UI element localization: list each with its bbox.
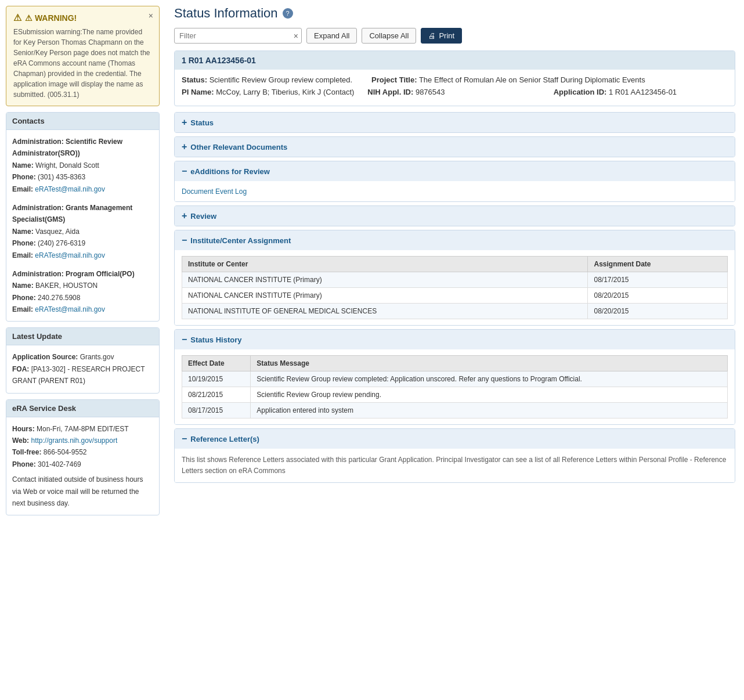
contact-gms-name-label: Name: (12, 228, 34, 236)
contact-gms-name: Name: Vasquez, Aida (12, 226, 153, 237)
service-desk-phone: Phone: 301-402-7469 (12, 459, 153, 470)
filter-wrap: × (174, 28, 302, 44)
table-row: Scientific Review Group review pending. (251, 387, 728, 403)
ic-col-institute: Institute or Center (182, 257, 588, 272)
section-ic-assignment-label: Institute/Center Assignment (190, 236, 291, 245)
expand-all-button[interactable]: Expand All (306, 28, 357, 44)
table-row: 08/20/2015 (588, 288, 728, 304)
contact-po-email-link[interactable]: eRATest@mail.nih.gov (35, 305, 105, 313)
page-title: Status Information ? (174, 6, 735, 21)
print-button[interactable]: 🖨 Print (421, 28, 462, 44)
table-row: Application entered into system (251, 403, 728, 418)
section-review-header[interactable]: + Review (175, 206, 735, 226)
section-status-header[interactable]: + Status (175, 113, 735, 132)
sidebar: ⚠ ⚠ WARNING! × ESubmission warning:The n… (0, 0, 165, 521)
section-status-history-icon: − (182, 334, 187, 345)
section-status-history-header[interactable]: − Status History (175, 330, 735, 349)
warning-box: ⚠ ⚠ WARNING! × ESubmission warning:The n… (6, 6, 160, 106)
section-review-icon: + (182, 211, 187, 221)
section-status-icon: + (182, 117, 187, 128)
print-icon: 🖨 (428, 31, 436, 40)
app-info-row-2: PI Name: McCoy, Larry B; Tiberius, Kirk … (182, 88, 728, 96)
ic-assignment-table: Institute or Center Assignment Date NATI… (182, 256, 728, 319)
table-row: 08/17/2015 (182, 403, 251, 418)
filter-clear-button[interactable]: × (294, 31, 298, 41)
latest-update-panel: Latest Update Application Source: Grants… (6, 327, 160, 393)
app-nih-appl-id-field: NIH Appl. ID: 9876543 (367, 88, 541, 96)
application-card-header: 1 R01 AA123456-01 (175, 51, 735, 70)
latest-update-foa: FOA: [PA13-302] - RESEARCH PROJECT GRANT… (12, 363, 153, 387)
section-status-history-label: Status History (190, 335, 241, 344)
table-row: NATIONAL CANCER INSTITUTE (Primary) (182, 272, 588, 288)
section-other-docs: + Other Relevant Documents (174, 136, 735, 157)
warning-close-button[interactable]: × (149, 11, 153, 20)
section-other-docs-header[interactable]: + Other Relevant Documents (175, 137, 735, 157)
contact-sro-phone-label: Phone: (12, 173, 36, 181)
section-ic-assignment-icon: − (182, 235, 187, 246)
contact-gms-email-link[interactable]: eRATest@mail.nih.gov (35, 251, 105, 259)
contact-gms: Administration: Grants Management Specia… (12, 202, 153, 261)
latest-update-source-label: Application Source: (12, 353, 78, 361)
latest-update-body: Application Source: Grants.gov FOA: [PA1… (6, 345, 159, 392)
app-status-field: Status: Scientific Review Group review c… (182, 75, 360, 84)
section-ref-letters-header[interactable]: − Reference Letter(s) (175, 429, 735, 449)
section-other-docs-label: Other Relevant Documents (190, 143, 287, 151)
section-eadditions-label: eAdditions for Review (190, 167, 270, 176)
table-row: 10/19/2015 (182, 371, 251, 387)
contact-gms-phone: Phone: (240) 276-6319 (12, 237, 153, 249)
contact-gms-email-label: Email: (12, 251, 33, 259)
section-ic-assignment-body: Institute or Center Assignment Date NATI… (175, 250, 735, 325)
contact-sro-role: Administration: Scientific Review Admini… (12, 136, 153, 160)
table-row: NATIONAL CANCER INSTITUTE (Primary) (182, 288, 588, 304)
ref-letter-text: This list shows Reference Letters associ… (182, 454, 728, 477)
section-status-history: − Status History Effect Date Status Mess… (174, 329, 735, 425)
table-row: Scientific Review Group review completed… (251, 371, 728, 387)
section-ref-letters: − Reference Letter(s) This list shows Re… (174, 428, 735, 483)
section-eadditions-body: Document Event Log (175, 181, 735, 201)
contact-sro-email-label: Email: (12, 185, 33, 193)
contact-sro-email-link[interactable]: eRATest@mail.nih.gov (35, 185, 105, 193)
service-desk-panel: eRA Service Desk Hours: Mon-Fri, 7AM-8PM… (6, 399, 160, 516)
section-other-docs-icon: + (182, 142, 187, 152)
service-desk-hours: Hours: Mon-Fri, 7AM-8PM EDIT/EST (12, 423, 153, 435)
section-status-label: Status (190, 118, 214, 127)
ic-col-date: Assignment Date (588, 257, 728, 272)
toolbar: × Expand All Collapse All 🖨 Print (174, 28, 735, 44)
contacts-header: Contacts (6, 113, 159, 130)
section-ic-assignment-header[interactable]: − Institute/Center Assignment (175, 230, 735, 250)
app-project-title-field: Project Title: The Effect of Romulan Ale… (371, 75, 728, 84)
section-status-history-body: Effect Date Status Message 10/19/2015Sci… (175, 349, 735, 424)
help-icon[interactable]: ? (283, 8, 293, 19)
filter-input[interactable] (174, 28, 302, 44)
application-card: 1 R01 AA123456-01 Status: Scientific Rev… (174, 50, 735, 106)
service-desk-web-link[interactable]: http://grants.nih.gov/support (31, 436, 117, 445)
contacts-body: Administration: Scientific Review Admini… (6, 130, 159, 321)
app-application-id-field: Application ID: 1 R01 AA123456-01 (554, 88, 728, 96)
table-row: 08/20/2015 (588, 304, 728, 319)
app-info-row-1: Status: Scientific Review Group review c… (182, 75, 728, 84)
warning-icon: ⚠ (13, 12, 21, 23)
warning-text: ESubmission warning:The name provided fo… (13, 27, 152, 100)
contact-po-role: Administration: Program Official(PO) (12, 268, 153, 280)
contact-po-phone-label: Phone: (12, 294, 36, 302)
contacts-panel: Contacts Administration: Scientific Revi… (6, 112, 160, 322)
document-event-log-link[interactable]: Document Event Log (182, 187, 247, 196)
sh-col-message: Status Message (251, 356, 728, 371)
contact-sro: Administration: Scientific Review Admini… (12, 136, 153, 195)
contact-sro-name: Name: Wright, Donald Scott (12, 160, 153, 171)
status-history-table: Effect Date Status Message 10/19/2015Sci… (182, 355, 728, 418)
application-card-body: Status: Scientific Review Group review c… (175, 70, 735, 106)
contact-gms-role: Administration: Grants Management Specia… (12, 202, 153, 226)
table-row: 08/17/2015 (588, 272, 728, 288)
contact-sro-phone: Phone: (301) 435-8363 (12, 171, 153, 183)
collapse-all-button[interactable]: Collapse All (362, 28, 416, 44)
section-eadditions: − eAdditions for Review Document Event L… (174, 161, 735, 202)
section-review: + Review (174, 205, 735, 226)
contact-po-email-label: Email: (12, 305, 33, 313)
section-ic-assignment: − Institute/Center Assignment Institute … (174, 230, 735, 326)
section-review-label: Review (190, 212, 216, 221)
section-eadditions-header[interactable]: − eAdditions for Review (175, 161, 735, 181)
contact-po-role-label: Administration: Program Official(PO) (12, 270, 135, 278)
contact-sro-name-label: Name: (12, 161, 34, 169)
app-pi-field: PI Name: McCoy, Larry B; Tiberius, Kirk … (182, 88, 356, 96)
